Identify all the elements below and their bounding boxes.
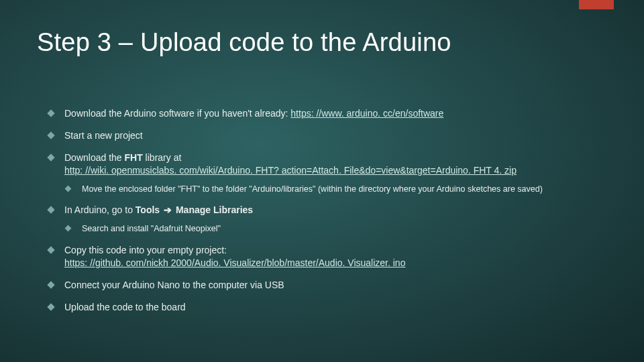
diamond-icon [47, 303, 54, 310]
item-text: Start a new project [64, 130, 143, 141]
bold-text: Tools [136, 204, 160, 215]
list-item: Upload the code to the board [47, 301, 610, 314]
list-item: Start a new project [47, 129, 610, 142]
bold-text: FHT [125, 152, 143, 163]
slide-title: Step 3 – Upload code to the Arduino [37, 28, 451, 57]
list-item: Download the FHT library at http: //wiki… [47, 152, 610, 195]
diamond-icon [65, 225, 72, 232]
diamond-icon [47, 247, 54, 254]
slide: Step 3 – Upload code to the Arduino Down… [0, 0, 644, 362]
accent-bar [579, 0, 614, 9]
list-item: Connect your Arduino Nano to the compute… [47, 279, 610, 292]
item-text: Copy this code into your empty project: [64, 245, 227, 255]
item-text: Move the enclosed folder "FHT" to the fo… [82, 184, 543, 194]
bold-text: Manage Libraries [176, 204, 253, 215]
item-text: Download the Arduino software if you hav… [64, 108, 290, 119]
list-item: Download the Arduino software if you hav… [47, 107, 610, 120]
diamond-icon [47, 281, 54, 288]
link[interactable]: http: //wiki. openmusiclabs. com/wiki/Ar… [64, 165, 517, 176]
item-text: Download the [64, 152, 125, 163]
item-text: Upload the code to the board [64, 302, 186, 312]
list-item: In Arduino, go to Tools ➔ Manage Librari… [47, 204, 610, 235]
sub-list: Search and install "Adafruit Neopixel" [64, 223, 610, 235]
bullet-list: Download the Arduino software if you hav… [47, 107, 610, 314]
diamond-icon [47, 109, 54, 117]
list-item: Search and install "Adafruit Neopixel" [64, 223, 610, 235]
diamond-icon [47, 131, 54, 139]
diamond-icon [47, 154, 54, 161]
item-text: In Arduino, go to [64, 204, 136, 215]
sub-list: Move the enclosed folder "FHT" to the fo… [64, 184, 610, 195]
item-text: library at [143, 152, 182, 163]
list-item: Move the enclosed folder "FHT" to the fo… [64, 184, 610, 195]
slide-content: Download the Arduino software if you hav… [47, 107, 610, 323]
item-text: Connect your Arduino Nano to the compute… [64, 280, 284, 290]
link[interactable]: https: //github. com/nickh 2000/Audio. V… [64, 257, 405, 268]
item-text: Search and install "Adafruit Neopixel" [82, 224, 221, 233]
arrow-icon: ➔ [164, 204, 172, 217]
link[interactable]: https: //www. arduino. cc/en/software [290, 108, 443, 119]
list-item: Copy this code into your empty project: … [47, 244, 610, 269]
diamond-icon [65, 185, 72, 192]
diamond-icon [47, 206, 54, 214]
